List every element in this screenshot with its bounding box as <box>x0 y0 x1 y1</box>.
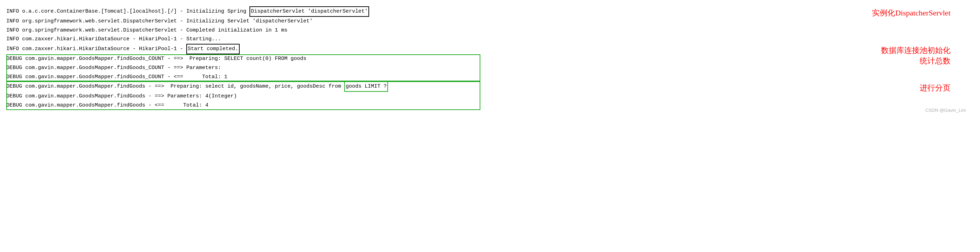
logger-10: com.gavin.mapper.GoodsMapper.findGoods -… <box>25 92 237 101</box>
log-line-5: INFO com.zaxxer.hikari.HikariDataSource … <box>6 44 972 54</box>
level-11: DEBUG <box>6 101 25 110</box>
logger-11: com.gavin.mapper.GoodsMapper.findGoods -… <box>25 101 208 110</box>
level-7: DEBUG <box>6 63 25 73</box>
level-4: INFO <box>6 35 22 44</box>
level-5: INFO <box>6 44 22 54</box>
log-line-11: DEBUG com.gavin.mapper.GoodsMapper.findG… <box>6 101 972 110</box>
level-2: INFO <box>6 17 22 26</box>
logger-3: org.springframework.web.servlet.Dispatch… <box>22 26 287 35</box>
log-line-2: INFO org.springframework.web.servlet.Dis… <box>6 17 972 26</box>
logger-8: com.gavin.mapper.GoodsMapper.findGoods_C… <box>25 73 228 82</box>
boxed-text-1: DispatcherServlet 'dispatcherServlet' <box>250 6 369 17</box>
watermark: CSDN @Gavin_Lim <box>925 108 966 113</box>
logger-9a: com.gavin.mapper.GoodsMapper.findGoods -… <box>25 82 344 91</box>
log-line-8: DEBUG com.gavin.mapper.GoodsMapper.findG… <box>6 73 972 82</box>
log-line-7: DEBUG com.gavin.mapper.GoodsMapper.findG… <box>6 63 972 73</box>
level-3: INFO <box>6 26 22 35</box>
log-output: INFO o.a.c.core.ContainerBase.[Tomcat].[… <box>0 0 980 116</box>
level-8: DEBUG <box>6 73 25 82</box>
level-9: DEBUG <box>6 82 25 91</box>
log-lines-container: INFO o.a.c.core.ContainerBase.[Tomcat].[… <box>0 0 980 116</box>
log-line-6: DEBUG com.gavin.mapper.GoodsMapper.findG… <box>6 54 972 63</box>
logger-2: org.springframework.web.servlet.Dispatch… <box>22 17 313 26</box>
logger-1: o.a.c.core.ContainerBase.[Tomcat].[local… <box>22 7 250 16</box>
logger-7: com.gavin.mapper.GoodsMapper.findGoods_C… <box>25 63 221 73</box>
log-line-10: DEBUG com.gavin.mapper.GoodsMapper.findG… <box>6 92 972 101</box>
green-box-pagination: DEBUG com.gavin.mapper.GoodsMapper.findG… <box>6 81 972 110</box>
logger-6: com.gavin.mapper.GoodsMapper.findGoods_C… <box>25 54 306 63</box>
level-1: INFO <box>6 7 22 16</box>
level-6: DEBUG <box>6 54 25 63</box>
log-line-3: INFO org.springframework.web.servlet.Dis… <box>6 26 972 35</box>
logger-5: com.zaxxer.hikari.HikariDataSource - Hik… <box>22 44 186 54</box>
log-line-1: INFO o.a.c.core.ContainerBase.[Tomcat].[… <box>6 6 972 17</box>
boxed-start-completed: Start completed. <box>186 44 240 54</box>
green-box-count: DEBUG com.gavin.mapper.GoodsMapper.findG… <box>6 54 972 81</box>
boxed-goods-limit: goods LIMIT ? <box>344 81 388 92</box>
level-10: DEBUG <box>6 92 25 101</box>
log-line-4: INFO com.zaxxer.hikari.HikariDataSource … <box>6 35 972 44</box>
log-line-9: DEBUG com.gavin.mapper.GoodsMapper.findG… <box>6 81 972 92</box>
logger-4: com.zaxxer.hikari.HikariDataSource - Hik… <box>22 35 221 44</box>
